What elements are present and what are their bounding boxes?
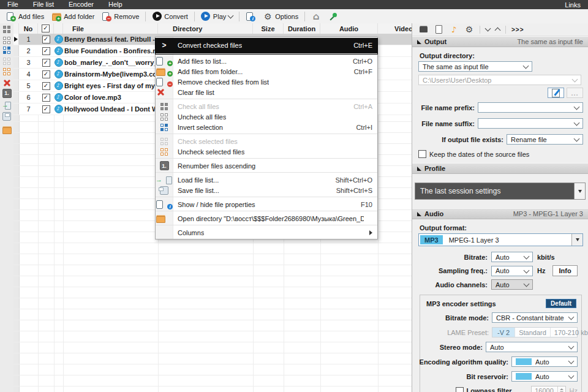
sidebar-tool-icon[interactable] [2,67,12,77]
audio-section-header[interactable]: Audio MP3 - MPEG-1 Layer 3 [412,208,588,219]
file-name-suffix-combo[interactable] [478,118,583,129]
menu-item[interactable]: Renumber files ascending [156,160,377,173]
menu-item[interactable]: Uncheck all files [156,111,377,122]
sidebar-tool-icon[interactable] [2,56,12,66]
output-directory-mode-select[interactable]: The same as input file [418,61,532,72]
header-video[interactable]: Video [378,23,412,34]
sampling-freq-select[interactable]: Auto [491,266,533,276]
profile-select[interactable]: The last session settings [415,183,586,200]
menu-item[interactable]: Remove checked files from list [156,77,377,87]
menu-item[interactable]: Check selected files [156,136,377,146]
spinner-arrows-icon[interactable] [557,386,565,392]
row-checkbox-cell[interactable] [38,80,54,91]
row-checkbox-cell[interactable] [38,34,54,45]
row-checkbox-cell[interactable] [38,92,54,103]
home-button[interactable] [307,10,325,23]
browse-directory-button[interactable]: ... [567,88,583,98]
output-section-header[interactable]: Output The same as input file [412,36,588,47]
collapse-icon[interactable] [485,26,491,32]
encoding-quality-select[interactable]: Auto [511,356,578,367]
header-no[interactable]: No [19,23,38,34]
menu-item[interactable]: Convert checked files Ctrl+E [156,39,377,54]
convert-button[interactable]: Convert [148,10,192,23]
remove-button[interactable]: Remove [98,10,143,23]
more-icon[interactable]: >>> [511,26,524,33]
play-button[interactable]: Play [197,10,236,23]
keep-dates-checkbox[interactable] [418,150,426,158]
sidebar-tool-icon[interactable] [2,36,12,45]
add-files-button[interactable]: Add files [2,10,48,23]
menubar-item[interactable]: File [0,0,26,9]
output-directory-path-combo[interactable]: C:\Users\User\Desktop [418,75,581,85]
sidebar-tool-icon[interactable] [2,88,12,98]
menu-item[interactable]: Clear file list [156,87,377,99]
header-size[interactable]: Size [253,23,284,34]
header-duration[interactable]: Duration [284,23,320,34]
bitrate-select[interactable]: Auto [491,252,533,262]
lowpass-frequency-spinner[interactable]: 16000 [531,386,566,392]
audio-channels-select[interactable]: Auto [491,279,533,290]
row-checkbox[interactable] [42,82,50,90]
profile-section-header[interactable]: Profile [412,163,588,174]
menubar-item[interactable]: File list [26,0,61,9]
menu-item[interactable]: Save file list... Shift+Ctrl+S [156,185,377,197]
row-checkbox[interactable] [42,59,50,67]
edit-directory-button[interactable] [548,88,564,98]
header-directory[interactable]: Directory [158,23,253,34]
expand-icon[interactable] [495,28,501,34]
row-checkbox-cell[interactable] [38,104,54,115]
sidebar-tool-icon[interactable] [2,45,12,55]
sidebar-tool-icon[interactable] [2,24,12,34]
menu-item[interactable]: Uncheck selected files [156,146,377,159]
output-format-select[interactable]: MP3 MPEG-1 Layer 3 [418,233,583,246]
menu-item[interactable]: Show / hide file properties F10 [156,199,377,211]
sidebar-tool-icon[interactable] [2,111,12,121]
if-output-exists-select[interactable]: Rename file [507,134,583,145]
bit-reservoir-select[interactable]: Auto [511,371,578,382]
menubar-links[interactable]: Links [557,1,588,9]
format-dropdown-button[interactable] [571,234,582,246]
options-button[interactable]: Options [259,10,302,23]
convert-label: Convert [164,13,188,20]
menu-item[interactable]: Columns [156,227,377,238]
pin-button[interactable] [325,10,342,23]
add-folder-button[interactable]: Add folder [48,10,98,23]
play-dropdown-icon[interactable] [228,12,234,18]
menu-item[interactable]: Invert selection Ctrl+I [156,122,377,134]
row-checkbox[interactable] [42,94,50,102]
bitrate-mode-select[interactable]: CBR - Constant bitrate [492,312,578,323]
header-checkbox-cell[interactable] [38,23,54,34]
output-tab-icon[interactable] [418,24,428,34]
menu-item[interactable]: Load file list... Shift+Ctrl+O [156,175,377,185]
lame-preset-combo[interactable]: -V 2 Standard 170-210 kbit/s [492,327,578,337]
profile-dropdown-button[interactable] [574,183,585,199]
row-checkbox-cell[interactable] [38,45,54,56]
default-button[interactable]: Default [546,299,576,308]
row-checkbox[interactable] [42,47,50,55]
menu-item[interactable]: Check all files Ctrl+A [156,101,377,111]
row-checkbox[interactable] [42,105,50,113]
row-checkbox[interactable] [42,36,50,43]
sidebar-tool-icon[interactable] [2,125,12,135]
row-checkbox-cell[interactable] [38,57,54,68]
file-tab-icon[interactable] [434,24,443,34]
row-checkbox-cell[interactable] [38,69,54,80]
sidebar-tool-icon[interactable] [2,100,12,110]
stereo-mode-select[interactable]: Auto [486,342,578,352]
info-button[interactable]: Info [552,265,577,276]
menubar-item[interactable]: Encoder [61,0,101,9]
menubar-item[interactable]: Help [101,0,130,9]
file-properties-button[interactable] [242,10,259,23]
row-checkbox[interactable] [42,70,50,78]
header-audio[interactable]: Audio [320,23,378,34]
menu-item[interactable]: Add files to list... Ctrl+O [156,56,377,66]
menu-item[interactable]: Open directory "D:\восст\$$$Folder268698… [156,213,377,225]
sidebar-tool-icon[interactable] [2,78,12,88]
file-name-prefix-combo[interactable] [478,102,583,113]
audio-tab-icon[interactable] [449,24,459,34]
settings-tab-icon[interactable] [464,24,474,34]
header-file[interactable]: File [63,23,158,34]
lowpass-filter-checkbox[interactable] [456,387,464,392]
menu-item[interactable]: Add files from folder... Ctrl+F [156,66,377,77]
header-checkbox[interactable] [42,24,50,32]
